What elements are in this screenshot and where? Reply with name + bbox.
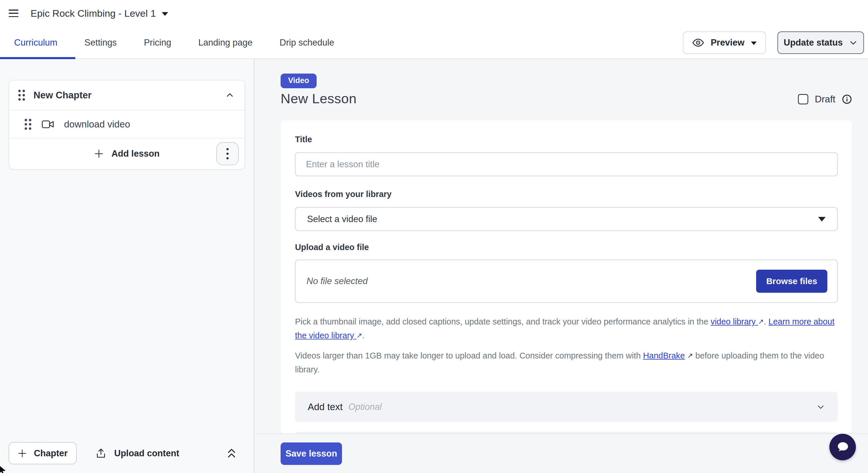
topbar: Epic Rock Climbing - Level 1	[0, 0, 868, 27]
video-library-help-text: Pick a thumbnail image, add closed capti…	[295, 315, 838, 343]
browse-files-button[interactable]: Browse files	[756, 270, 827, 293]
chevron-down-icon	[816, 403, 825, 411]
lesson-header-row: New Lesson Draft	[281, 88, 852, 106]
add-chapter-label: Chapter	[34, 448, 67, 459]
lesson-editor-scroll: Video New Lesson Draft Title	[254, 59, 868, 435]
collapse-all-icon[interactable]	[225, 447, 238, 460]
help-text-segment: .	[362, 331, 365, 340]
hamburger-menu-icon[interactable]	[9, 9, 19, 17]
draft-toggle-group: Draft	[798, 94, 852, 106]
handbrake-link[interactable]: HandBrake	[643, 351, 685, 360]
eye-icon	[692, 37, 704, 49]
chapter-options-button[interactable]	[216, 142, 239, 165]
chat-bubble-icon	[835, 440, 850, 454]
lesson-title: download video	[64, 119, 130, 130]
chat-widget-button[interactable]	[829, 434, 856, 460]
upload-content-button[interactable]: Upload content	[95, 447, 225, 460]
add-text-optional: Optional	[348, 402, 381, 412]
help-text-segment: Videos larger than 1GB may take longer t…	[295, 351, 643, 360]
chevron-down-icon	[849, 38, 858, 47]
plus-icon	[18, 449, 27, 458]
video-library-select[interactable]: Select a video file	[295, 207, 838, 231]
title-field-label: Title	[295, 135, 838, 144]
header-actions: Preview Update status	[683, 31, 864, 54]
course-title-dropdown[interactable]: Epic Rock Climbing - Level 1	[31, 8, 168, 19]
tab-landing-page[interactable]: Landing page	[198, 37, 253, 48]
add-lesson-label: Add lesson	[111, 149, 159, 159]
draft-label: Draft	[815, 94, 835, 105]
upload-icon	[95, 447, 107, 460]
add-lesson-button[interactable]: Add lesson	[94, 149, 159, 159]
add-chapter-button[interactable]: Chapter	[9, 442, 77, 464]
lesson-editor-main: Video New Lesson Draft Title	[254, 59, 868, 473]
file-status-text: No file selected	[307, 276, 756, 286]
help-text-segment: Pick a thumbnail image, add closed capti…	[295, 317, 711, 326]
editor-footer: Save lesson	[254, 434, 868, 473]
link-label: video library	[711, 317, 755, 326]
tab-pricing[interactable]: Pricing	[144, 37, 171, 48]
chapter-header[interactable]: New Chapter	[9, 81, 245, 111]
library-field-label: Videos from your library	[295, 189, 838, 199]
external-link-icon: ↗	[758, 315, 764, 328]
update-status-label: Update status	[784, 37, 843, 48]
lesson-form-card: Title Videos from your library Select a …	[281, 120, 852, 435]
external-link-icon: ↗	[687, 349, 693, 362]
save-lesson-button[interactable]: Save lesson	[281, 442, 342, 465]
plus-icon	[94, 149, 104, 159]
app-window: Epic Rock Climbing - Level 1 Curriculum …	[0, 0, 868, 473]
course-title: Epic Rock Climbing - Level 1	[31, 8, 156, 19]
tab-curriculum[interactable]: Curriculum	[14, 37, 57, 48]
add-text-label: Add text	[308, 402, 343, 412]
external-link-icon: ↗	[356, 329, 362, 342]
link-label: HandBrake	[643, 351, 685, 360]
preview-button[interactable]: Preview	[683, 31, 766, 54]
active-tab-underline	[0, 57, 75, 59]
upload-field-label: Upload a video file	[295, 243, 838, 252]
add-text-section[interactable]: Add text Optional	[295, 392, 838, 422]
chapter-title: New Chapter	[33, 90, 225, 101]
drag-handle-icon[interactable]	[24, 118, 32, 131]
tab-drip-schedule[interactable]: Drip schedule	[280, 37, 335, 48]
select-caret-icon	[818, 217, 826, 221]
add-lesson-row: Add lesson	[9, 138, 245, 169]
lesson-item[interactable]: download video	[9, 111, 245, 138]
page-title: New Lesson	[281, 91, 357, 106]
video-library-selected-value: Select a video file	[307, 214, 377, 224]
preview-label: Preview	[711, 37, 744, 48]
lesson-title-input[interactable]	[295, 152, 838, 176]
caret-down-icon	[751, 41, 757, 45]
tabbar: Curriculum Settings Pricing Landing page…	[0, 27, 868, 59]
upload-content-label: Upload content	[114, 448, 179, 459]
drag-handle-icon[interactable]	[17, 89, 26, 101]
mouse-cursor	[0, 466, 7, 473]
tab-settings[interactable]: Settings	[85, 37, 117, 48]
curriculum-sidebar: New Chapter download video	[0, 59, 254, 473]
kebab-menu-icon	[226, 147, 229, 160]
sidebar-footer: Chapter Upload content	[0, 434, 254, 473]
tabs: Curriculum Settings Pricing Landing page…	[0, 37, 334, 48]
file-upload-box: No file selected Browse files	[295, 259, 838, 303]
chapter-card: New Chapter download video	[9, 80, 245, 169]
info-icon[interactable]	[842, 94, 852, 104]
help-text-segment: .	[764, 317, 769, 326]
chevron-up-icon[interactable]	[225, 91, 234, 99]
video-library-link[interactable]: video library ↗	[711, 317, 764, 326]
content-area: New Chapter download video	[0, 59, 868, 473]
lesson-type-badge: Video	[281, 73, 317, 88]
handbrake-help-text: Videos larger than 1GB may take longer t…	[295, 349, 838, 376]
video-camera-icon	[41, 119, 54, 129]
update-status-button[interactable]: Update status	[777, 31, 864, 54]
caret-down-icon	[162, 12, 168, 16]
draft-checkbox[interactable]	[798, 94, 808, 104]
